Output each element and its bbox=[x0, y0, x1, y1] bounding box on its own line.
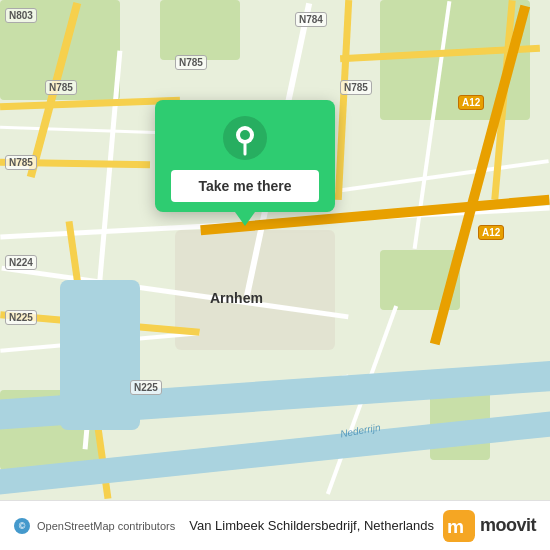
svg-text:m: m bbox=[447, 516, 464, 537]
footer-left: © OpenStreetMap contributors Van Limbeek… bbox=[14, 518, 434, 534]
green-area bbox=[160, 0, 240, 60]
road-label-a12-2: A12 bbox=[478, 225, 504, 240]
take-me-there-button[interactable]: Take me there bbox=[171, 170, 319, 202]
moovit-text: moovit bbox=[480, 515, 536, 536]
city-label: Arnhem bbox=[210, 290, 263, 306]
road-label-n224: N224 bbox=[5, 255, 37, 270]
road-label-n785-2: N785 bbox=[5, 155, 37, 170]
svg-point-2 bbox=[240, 130, 250, 140]
road-label-n785-4: N785 bbox=[340, 80, 372, 95]
footer-attribution: OpenStreetMap contributors bbox=[37, 520, 175, 532]
moovit-logo: m moovit bbox=[443, 510, 536, 542]
road-label-n784: N784 bbox=[295, 12, 327, 27]
footer: © OpenStreetMap contributors Van Limbeek… bbox=[0, 500, 550, 550]
osm-logo-icon: © bbox=[14, 518, 30, 534]
road-label-n225-2: N225 bbox=[130, 380, 162, 395]
road-label-n785-1: N785 bbox=[45, 80, 77, 95]
popup-card: Take me there bbox=[155, 100, 335, 212]
road-label-n225-1: N225 bbox=[5, 310, 37, 325]
road-label-a12-1: A12 bbox=[458, 95, 484, 110]
map-container: N803 N785 N785 N224 N225 N225 N784 N785 … bbox=[0, 0, 550, 500]
footer-place-title: Van Limbeek Schildersbedrijf, Netherland… bbox=[189, 518, 434, 533]
moovit-logo-icon: m bbox=[443, 510, 475, 542]
location-pin-icon bbox=[223, 116, 267, 160]
road-label-n785-3: N785 bbox=[175, 55, 207, 70]
road-label-n803: N803 bbox=[5, 8, 37, 23]
lake bbox=[60, 280, 140, 430]
